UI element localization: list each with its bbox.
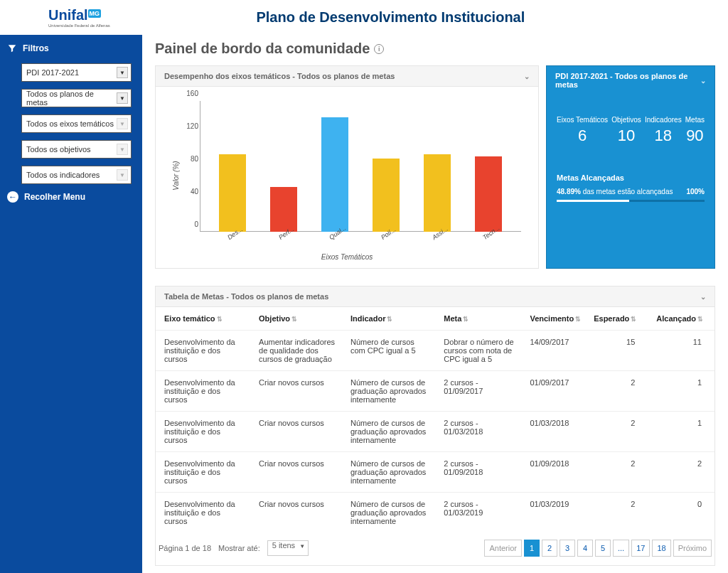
pager-page[interactable]: 1 bbox=[524, 540, 540, 557]
table-row: Desenvolvimento da instituição e dos cur… bbox=[156, 493, 714, 533]
column-header[interactable]: Objetivo⇅ bbox=[250, 307, 342, 331]
chevron-down-icon: ▼ bbox=[117, 118, 128, 129]
stats-card-title: PDI 2017-2021 - Todos os planos de metas bbox=[555, 72, 700, 89]
pager-page[interactable]: 5 bbox=[595, 540, 611, 557]
stat-col: Indicadores18 bbox=[645, 116, 682, 145]
y-axis-label: Valor (%) bbox=[172, 161, 180, 190]
table-cell: Desenvolvimento da instituição e dos cur… bbox=[156, 493, 250, 533]
stats-card: PDI 2017-2021 - Todos os planos de metas… bbox=[546, 65, 715, 269]
chart-card-title: Desempenho dos eixos temáticos - Todos o… bbox=[164, 72, 395, 80]
stat-col: Eixos Temáticos6 bbox=[557, 116, 608, 145]
table-cell: 2 cursos - 01/09/2017 bbox=[435, 371, 521, 412]
goals-progressbar bbox=[557, 200, 705, 202]
page-title: Painel de bordo da comunidade i bbox=[155, 41, 715, 57]
arrow-left-icon: ← bbox=[7, 191, 18, 203]
bar: Tecn... bbox=[471, 156, 506, 232]
y-tick: 120 bbox=[186, 122, 198, 130]
table-cell: Aumentar indicadores de qualidade dos cu… bbox=[250, 331, 342, 371]
table-cell: 01/03/2019 bbox=[521, 493, 585, 533]
table-cell: 2 bbox=[585, 493, 648, 533]
info-icon[interactable]: i bbox=[374, 44, 384, 54]
table-cell: 14/09/2017 bbox=[521, 331, 585, 371]
bar: Polí... bbox=[368, 159, 404, 232]
table-cell: Número de cursos de graduação aprovados … bbox=[342, 493, 435, 533]
logo: UnifalMG Universidade Federal de Alfenas bbox=[48, 7, 110, 28]
table-cell: Criar novos cursos bbox=[250, 493, 342, 533]
filters-label: Filtros bbox=[23, 43, 49, 53]
column-header[interactable]: Alcançado⇅ bbox=[648, 307, 714, 331]
table-row: Desenvolvimento da instituição e dos cur… bbox=[156, 371, 714, 412]
pager-page[interactable]: 3 bbox=[560, 540, 575, 557]
table-cell: 2 cursos - 01/03/2018 bbox=[435, 412, 521, 452]
table-cell: Desenvolvimento da instituição e dos cur… bbox=[156, 452, 250, 493]
chart-card: Desempenho dos eixos temáticos - Todos o… bbox=[155, 65, 539, 269]
column-header[interactable]: Vencimento⇅ bbox=[521, 307, 585, 331]
column-header[interactable]: Meta⇅ bbox=[435, 307, 521, 331]
filter-indicadores[interactable]: Todos os indicadores▼ bbox=[21, 166, 132, 184]
table-cell: Desenvolvimento da instituição e dos cur… bbox=[156, 331, 250, 371]
table-cell: 11 bbox=[648, 331, 714, 371]
collapse-chart-icon[interactable]: ⌄ bbox=[524, 73, 530, 80]
y-tick: 80 bbox=[186, 155, 198, 163]
bar: Perf... bbox=[266, 187, 301, 232]
y-tick: 160 bbox=[186, 90, 198, 97]
chevron-down-icon: ▼ bbox=[117, 92, 128, 104]
x-axis-label: Eixos Temáticos bbox=[166, 253, 528, 261]
pager-anterior[interactable]: Anterior bbox=[484, 540, 522, 557]
table-cell: 2 cursos - 01/09/2018 bbox=[435, 452, 521, 493]
pager-page[interactable]: 18 bbox=[652, 540, 670, 557]
table-cell: 1 bbox=[648, 371, 714, 412]
table-cell: 2 bbox=[648, 452, 714, 493]
filter-eixos[interactable]: Todos os eixos temáticos▼ bbox=[21, 114, 132, 133]
bar: Qual... bbox=[317, 117, 353, 232]
table-cell: Número de cursos com CPC igual a 5 bbox=[342, 331, 435, 371]
table-row: Desenvolvimento da instituição e dos cur… bbox=[156, 412, 714, 452]
column-header[interactable]: Esperado⇅ bbox=[585, 307, 648, 331]
table-cell: 1 bbox=[648, 412, 714, 452]
goals-max: 100% bbox=[686, 188, 705, 196]
page-size-select[interactable]: 5 itens bbox=[267, 540, 309, 556]
goals-text: 48.89% das metas estão alcançadas bbox=[557, 188, 673, 196]
column-header[interactable]: Indicador⇅ bbox=[342, 307, 435, 331]
logo-accent: MG bbox=[88, 9, 102, 18]
collapse-table-icon[interactable]: ⌄ bbox=[700, 293, 706, 301]
collapse-label: Recolher Menu bbox=[24, 192, 85, 202]
table-cell: 2 cursos - 01/03/2019 bbox=[435, 493, 521, 533]
pager-page[interactable]: 17 bbox=[631, 540, 650, 557]
collapse-stats-icon[interactable]: ⌄ bbox=[700, 77, 706, 85]
filter-pdi[interactable]: PDI 2017-2021▼ bbox=[21, 63, 132, 82]
table-cell: Criar novos cursos bbox=[250, 371, 342, 412]
table-card-title: Tabela de Metas - Todos os planos de met… bbox=[164, 292, 328, 301]
table-cell: Número de cursos de graduação aprovados … bbox=[342, 412, 435, 452]
collapse-menu[interactable]: ← Recolher Menu bbox=[7, 191, 135, 203]
table-cell: 01/09/2017 bbox=[521, 371, 585, 412]
goals-title: Metas Alcançadas bbox=[557, 173, 705, 182]
pager-page[interactable]: 4 bbox=[577, 540, 593, 557]
table-cell: Número de cursos de graduação aprovados … bbox=[342, 371, 435, 412]
logo-subtitle: Universidade Federal de Alfenas bbox=[48, 23, 110, 28]
stat-col: Metas90 bbox=[685, 116, 705, 145]
metas-table: Eixo temático⇅Objetivo⇅Indicador⇅Meta⇅Ve… bbox=[156, 307, 714, 532]
table-cell: 15 bbox=[585, 331, 648, 371]
filter-objetivos[interactable]: Todos os objetivos▼ bbox=[21, 140, 132, 159]
table-card: Tabela de Metas - Todos os planos de met… bbox=[155, 286, 715, 566]
table-cell: 2 bbox=[585, 452, 648, 493]
bar: Des... bbox=[215, 154, 250, 232]
filter-icon bbox=[7, 43, 17, 53]
sidebar: Filtros PDI 2017-2021▼ Todos os planos d… bbox=[0, 35, 142, 573]
chevron-down-icon: ▼ bbox=[117, 144, 128, 155]
table-cell: 01/09/2018 bbox=[521, 452, 585, 493]
table-cell: 01/03/2018 bbox=[521, 412, 585, 452]
table-cell: 0 bbox=[648, 493, 714, 533]
filters-heading: Filtros bbox=[7, 43, 135, 53]
chevron-down-icon: ▼ bbox=[117, 67, 128, 78]
filter-planos[interactable]: Todos os planos de metas▼ bbox=[21, 89, 132, 107]
bar-chart: Valor (%) Des...Perf...Qual...Polí...Ass… bbox=[166, 101, 528, 250]
table-cell: 2 bbox=[585, 371, 648, 412]
pager-page[interactable]: 2 bbox=[542, 540, 557, 557]
table-cell: Desenvolvimento da instituição e dos cur… bbox=[156, 412, 250, 452]
table-cell: Número de cursos de graduação aprovados … bbox=[342, 452, 435, 493]
table-cell: Criar novos cursos bbox=[250, 412, 342, 452]
column-header[interactable]: Eixo temático⇅ bbox=[156, 307, 250, 331]
pager-próximo[interactable]: Próximo bbox=[673, 540, 712, 557]
